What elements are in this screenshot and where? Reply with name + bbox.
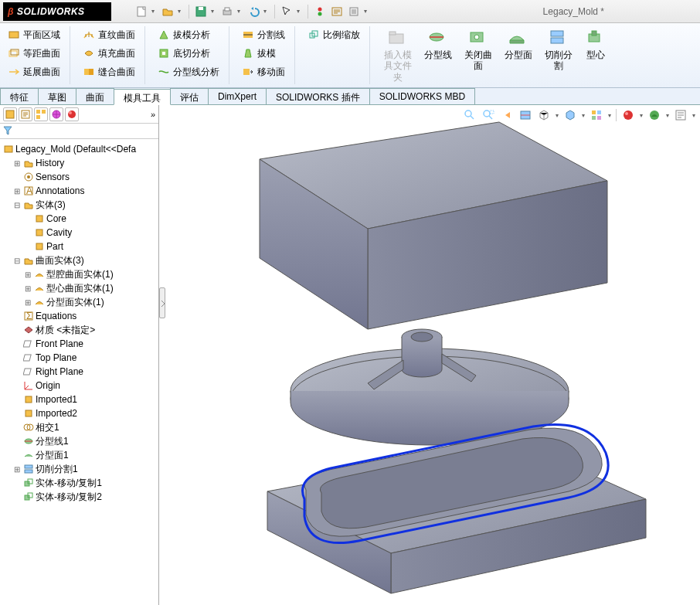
rebuild-icon[interactable]	[313, 5, 327, 19]
svg-rect-47	[25, 396, 32, 403]
tab-evaluate[interactable]: 评估	[170, 88, 209, 104]
svg-text:A: A	[26, 185, 32, 196]
tree-right-plane[interactable]: Right Plane	[2, 365, 157, 379]
offset-surface-button[interactable]: 等距曲面	[5, 45, 63, 62]
tab-features[interactable]: 特征	[0, 88, 39, 104]
tab-mold-tools[interactable]: 模具工具	[114, 89, 171, 105]
tree-history[interactable]: ⊞History	[2, 156, 157, 170]
scale-button[interactable]: 比例缩放	[304, 26, 363, 43]
tree-annotations[interactable]: ⊞AAnnotations	[2, 184, 157, 198]
model-rendering	[167, 105, 692, 600]
tree-imported1[interactable]: Imported1	[2, 393, 157, 406]
parting-line-analysis-button[interactable]: 分型线分析	[155, 63, 223, 80]
svg-point-5	[318, 7, 322, 11]
ruled-surface-button[interactable]: 直纹曲面	[80, 26, 138, 43]
tree-parting-surface-body[interactable]: ⊞分型面实体(1)	[2, 295, 157, 309]
tooling-split-button[interactable]: 切削分 割	[540, 26, 577, 73]
tree-parting-line1[interactable]: 分型线1	[2, 434, 157, 448]
document-title: Legacy_Mold *	[543, 6, 604, 17]
tab-sketch[interactable]: 草图	[38, 88, 76, 104]
tree-intersect1[interactable]: 相交1	[2, 420, 157, 434]
undercut-analysis-button[interactable]: 底切分析	[155, 45, 223, 62]
parting-line-big-button[interactable]: 分型线	[420, 26, 457, 62]
tree-root[interactable]: Legacy_Mold (Default<<Defa	[2, 142, 157, 156]
tab-addins[interactable]: SOLIDWORKS 插件	[266, 88, 370, 104]
tab-surfaces[interactable]: 曲面	[76, 88, 114, 104]
label: 移动面	[257, 66, 285, 79]
tree-body-part[interactable]: Part	[2, 240, 157, 253]
tree-sensors[interactable]: Sensors	[2, 170, 157, 184]
svg-rect-53	[25, 470, 32, 473]
graphics-viewport[interactable]: ▾ ▾ ▾ ▾ ▾ ▾	[159, 105, 700, 605]
select-icon[interactable]	[280, 5, 294, 19]
tree-material[interactable]: 材质 <未指定>	[2, 323, 157, 337]
undo-icon[interactable]	[246, 5, 260, 19]
select-dropdown[interactable]: ▾	[297, 8, 303, 15]
open-file-icon[interactable]	[161, 5, 175, 19]
tree-cavity-surface[interactable]: ⊞型腔曲面实体(1)	[2, 267, 157, 281]
tree-move-copy2[interactable]: 实体-移动/复制2	[2, 490, 157, 504]
draft-analysis-button[interactable]: 拔模分析	[155, 26, 223, 43]
extend-surface-button[interactable]: 延展曲面	[5, 63, 63, 80]
knit-surface-button[interactable]: 缝合曲面	[80, 63, 138, 80]
new-file-icon[interactable]	[134, 5, 148, 19]
tab-dimxpert[interactable]: DimXpert	[208, 88, 267, 104]
svg-rect-26	[551, 38, 563, 43]
svg-rect-43	[36, 229, 42, 236]
tree-move-copy1[interactable]: 实体-移动/复制1	[2, 476, 157, 490]
parting-surface-button[interactable]: 分型面	[500, 26, 537, 62]
expand-flyout[interactable]: »	[151, 110, 155, 119]
new-dropdown[interactable]: ▾	[151, 8, 158, 15]
panel-tabs: »	[0, 105, 158, 124]
settings-icon[interactable]	[347, 5, 361, 19]
draft-button[interactable]: 拔模	[239, 45, 288, 62]
shutoff-surface-button[interactable]: 关闭曲 面	[460, 26, 497, 73]
label: 延展曲面	[23, 66, 60, 79]
label: 拔模分析	[173, 29, 210, 42]
property-manager-tab[interactable]	[19, 107, 32, 121]
svg-rect-12	[84, 69, 89, 75]
label: 等距曲面	[23, 47, 60, 60]
feature-tree-tab[interactable]	[3, 107, 17, 121]
print-icon[interactable]	[220, 5, 234, 19]
svg-point-36	[69, 111, 72, 114]
configuration-manager-tab[interactable]	[34, 107, 48, 121]
save-dropdown[interactable]: ▾	[211, 8, 217, 15]
tree-parting-surface1[interactable]: 分型面1	[2, 448, 157, 462]
tree-core-surface[interactable]: ⊞型心曲面实体(1)	[2, 281, 157, 295]
split-line-button[interactable]: 分割线	[239, 26, 288, 43]
tree-body-cavity[interactable]: Cavity	[2, 226, 157, 240]
separator	[274, 5, 275, 19]
svg-rect-9	[9, 32, 19, 38]
panel-splitter[interactable]	[159, 287, 165, 318]
tree-solid-bodies[interactable]: ⊟实体(3)	[2, 198, 157, 212]
open-dropdown[interactable]: ▾	[178, 8, 184, 15]
quick-access-toolbar: ▾ ▾ ▾ ▾ ▾ ▾ ▾	[134, 5, 370, 19]
planar-surface-button[interactable]: 平面区域	[5, 26, 63, 43]
svg-rect-37	[5, 146, 12, 152]
command-manager-tabs: 特征 草图 曲面 模具工具 评估 DimXpert SOLIDWORKS 插件 …	[0, 88, 700, 105]
tree-imported2[interactable]: Imported2	[2, 406, 157, 420]
tree-tooling-split1[interactable]: ⊞切削分割1	[2, 462, 157, 476]
display-manager-tab[interactable]	[65, 107, 79, 121]
svg-rect-52	[25, 465, 32, 468]
options-icon[interactable]	[330, 5, 344, 19]
svg-rect-21	[389, 32, 396, 35]
dimxpert-manager-tab[interactable]	[49, 107, 63, 121]
print-dropdown[interactable]: ▾	[237, 8, 243, 15]
tree-origin[interactable]: Origin	[2, 379, 157, 393]
fill-surface-button[interactable]: 填充曲面	[80, 45, 138, 62]
tree-top-plane[interactable]: Top Plane	[2, 351, 157, 365]
move-face-button[interactable]: 移动面	[239, 63, 288, 80]
tree-equations[interactable]: ΣEquations	[2, 309, 157, 323]
core-button[interactable]: 型心	[580, 26, 611, 62]
tree-body-core[interactable]: Core	[2, 212, 157, 226]
tree-front-plane[interactable]: Front Plane	[2, 337, 157, 351]
tree-filter[interactable]	[0, 124, 158, 139]
label: 插入模 具文件 夹	[384, 49, 412, 83]
tab-mbd[interactable]: SOLIDWORKS MBD	[369, 88, 475, 104]
tree-surface-bodies[interactable]: ⊟曲面实体(3)	[2, 253, 157, 267]
undo-dropdown[interactable]: ▾	[263, 8, 270, 15]
settings-dropdown[interactable]: ▾	[364, 8, 370, 15]
save-icon[interactable]	[194, 5, 208, 19]
